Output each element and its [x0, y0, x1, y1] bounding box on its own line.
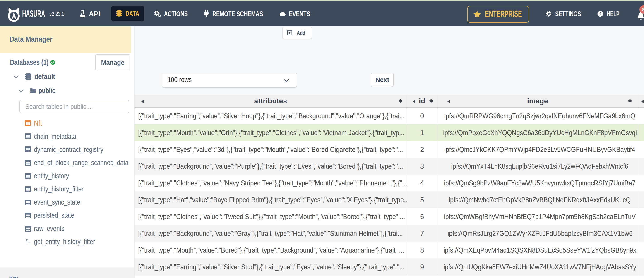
svg-text:f: f [25, 238, 28, 245]
svg-text:?: ? [599, 12, 602, 16]
svg-text:x: x [28, 242, 30, 245]
